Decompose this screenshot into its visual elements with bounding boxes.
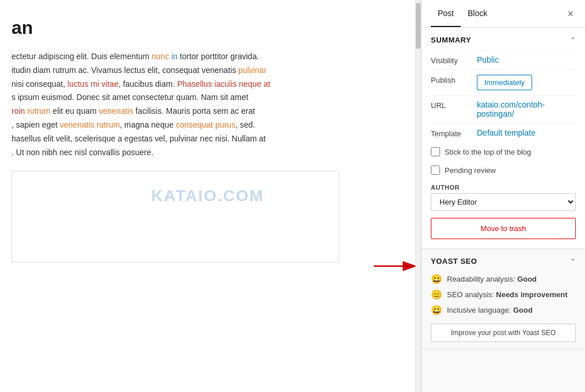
publish-label: Publish — [431, 75, 477, 84]
scrollbar-thumb[interactable] — [416, 3, 420, 49]
inclusive-icon: 😀 — [431, 305, 442, 316]
editor-content: an ectetur adipiscing elit. Duis element… — [0, 0, 415, 392]
stick-to-top-label: Stick to the top of the blog — [445, 148, 531, 156]
post-body: ectetur adipiscing elit. Duis elementum … — [12, 50, 345, 159]
readability-value: Good — [517, 275, 537, 283]
summary-title: Summary — [431, 36, 471, 44]
summary-chevron-icon: ⌃ — [570, 36, 576, 44]
inclusive-language-row: 😀 Inclusive language: Good — [431, 302, 576, 318]
url-value[interactable]: kataio.com/contoh-postingan/ — [477, 100, 576, 118]
visibility-label: Visibility — [431, 55, 477, 65]
yoast-section-header[interactable]: Yoast SEO ⌃ — [431, 249, 576, 271]
tab-block[interactable]: Block — [461, 1, 494, 27]
pending-review-label: Pending review — [445, 166, 496, 175]
editor-scrollbar[interactable] — [415, 0, 421, 392]
readability-icon: 😀 — [431, 274, 442, 285]
seo-icon: 😑 — [431, 289, 442, 300]
move-to-trash-button[interactable]: Move to trash — [431, 218, 576, 239]
improve-yoast-button[interactable]: Improve your post with Yoast SEO — [431, 324, 576, 342]
readability-row: 😀 Readability analysis: Good — [431, 271, 576, 287]
seo-analysis-row: 😑 SEO analysis: Needs improvement — [431, 287, 576, 302]
yoast-chevron-icon: ⌃ — [570, 258, 576, 266]
url-label: URL — [431, 100, 477, 110]
visibility-row: Visibility Public — [431, 50, 576, 70]
stick-to-top-checkbox[interactable] — [431, 147, 440, 156]
yoast-seo-section: Yoast SEO ⌃ 😀 Readability analysis: Good… — [422, 249, 585, 349]
close-sidebar-button[interactable]: × — [565, 6, 576, 21]
author-section-label: AUTHOR — [431, 179, 576, 193]
post-block-tabs: Post Block — [431, 1, 494, 27]
seo-text: SEO analysis: Needs improvement — [447, 290, 568, 299]
empty-content-box — [12, 171, 339, 263]
inclusive-value: Good — [513, 306, 533, 314]
visibility-value[interactable]: Public — [477, 55, 499, 64]
author-select[interactable]: Hery Editor — [431, 193, 576, 211]
sidebar-panel: Post Block × Summary ⌃ Visibility Public… — [421, 0, 585, 392]
pending-review-row: Pending review — [431, 161, 576, 179]
summary-section: Summary ⌃ Visibility Public Publish Imme… — [422, 28, 585, 249]
url-row: URL kataio.com/contoh-postingan/ — [431, 95, 576, 123]
template-value[interactable]: Default template — [477, 128, 536, 137]
inclusive-text: Inclusive language: Good — [447, 306, 533, 314]
seo-value: Needs improvement — [496, 290, 567, 299]
readability-text: Readability analysis: Good — [447, 275, 537, 283]
publish-row: Publish Immediately — [431, 70, 576, 95]
yoast-title: Yoast SEO — [431, 257, 477, 266]
post-title[interactable]: an — [12, 17, 404, 39]
sidebar-header: Post Block × — [422, 0, 585, 28]
tab-post[interactable]: Post — [431, 1, 461, 27]
stick-to-top-row: Stick to the top of the blog — [431, 143, 576, 161]
pending-review-checkbox[interactable] — [431, 166, 440, 175]
publish-immediately-button[interactable]: Immediately — [477, 75, 532, 90]
summary-section-header[interactable]: Summary ⌃ — [431, 28, 576, 50]
red-arrow-indicator — [374, 258, 415, 275]
template-label: Template — [431, 128, 477, 138]
template-row: Template Default template — [431, 123, 576, 143]
